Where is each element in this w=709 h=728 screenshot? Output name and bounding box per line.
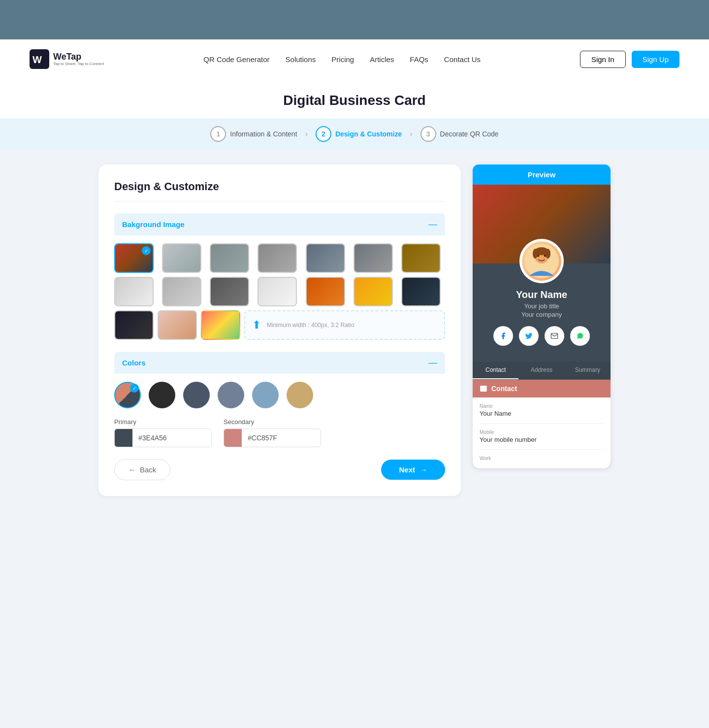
step-3[interactable]: 3 Decorate QR Code — [420, 126, 499, 142]
collapse-colors-icon[interactable]: — — [428, 358, 437, 368]
upload-icon: ⬆ — [252, 319, 261, 331]
nav-qr-code-generator[interactable]: QR Code Generator — [203, 55, 269, 64]
card-name: Your Name — [481, 289, 603, 300]
bg-image-9[interactable] — [162, 277, 201, 306]
card-company: Your company — [481, 311, 603, 318]
bg-image-12[interactable] — [306, 277, 345, 306]
nav-faqs[interactable]: FAQs — [410, 55, 428, 64]
contact-field-mobile: Mobile Your mobile number — [480, 424, 604, 450]
color-swatch-2[interactable] — [149, 382, 175, 408]
bg-image-6[interactable] — [354, 243, 393, 273]
bg-image-13[interactable] — [354, 277, 393, 306]
bg-image-11[interactable] — [258, 277, 297, 306]
collapse-background-icon[interactable]: — — [428, 219, 437, 230]
field-name-label: Name — [480, 403, 604, 409]
nav-solutions[interactable]: Solutions — [286, 55, 316, 64]
field-work-label: Work — [480, 456, 604, 461]
tab-contact[interactable]: Contact — [473, 362, 518, 379]
arrow-right-icon: → — [420, 465, 427, 474]
contact-header: Contact — [473, 380, 611, 397]
primary-label: Primary — [114, 418, 212, 426]
primary-color-input-row — [114, 429, 212, 447]
colors-section-header: Colors — — [114, 352, 445, 374]
color-swatch-3[interactable] — [183, 382, 210, 408]
contact-section: Contact Name Your Name Mobile Your mobil… — [473, 380, 611, 468]
contact-header-icon — [480, 385, 487, 393]
background-section-header: Bakground Image — — [114, 213, 445, 235]
step-1-label: Information & Content — [230, 130, 297, 138]
bg-image-4[interactable] — [258, 243, 297, 273]
signup-button[interactable]: Sign Up — [632, 51, 679, 68]
step-2[interactable]: 2 Design & Customize — [316, 126, 402, 142]
step-2-circle: 2 — [316, 126, 331, 142]
secondary-color-preview[interactable] — [224, 429, 242, 447]
bg-image-2[interactable] — [162, 243, 201, 273]
page-title-section: Digital Business Card — [0, 79, 709, 118]
email-icon[interactable] — [545, 326, 564, 346]
nav-pricing[interactable]: Pricing — [331, 55, 354, 64]
logo-text: WeTap — [53, 52, 104, 62]
background-section: Bakground Image — ✓ — [114, 213, 445, 340]
bg-image-16[interactable] — [158, 310, 197, 340]
field-mobile-value: Your mobile number — [480, 436, 604, 443]
step-3-circle: 3 — [420, 126, 436, 142]
background-images-grid-row1: ✓ — [114, 243, 445, 273]
right-panel: Preview — [473, 165, 611, 496]
primary-hex-input[interactable] — [132, 430, 211, 446]
signin-button[interactable]: Sign In — [580, 51, 626, 68]
bottom-space — [0, 511, 709, 609]
field-name-value: Your Name — [480, 410, 604, 417]
color-inputs: Primary Secondary — [114, 418, 445, 447]
preview-header: Preview — [473, 165, 611, 185]
back-label: Back — [140, 465, 156, 474]
logo-icon: W — [30, 49, 49, 69]
bg-image-15[interactable] — [114, 310, 154, 340]
color-swatch-4[interactable] — [218, 382, 244, 408]
step-3-label: Decorate QR Code — [440, 130, 499, 138]
card-job-title: Your job title — [481, 302, 603, 310]
logo-tagline: Tap to Share. Tap to Connect — [53, 62, 104, 66]
facebook-icon[interactable] — [493, 326, 513, 346]
bg-image-7[interactable] — [401, 243, 441, 273]
bg-image-3[interactable] — [210, 243, 249, 273]
secondary-hex-input[interactable] — [242, 430, 321, 446]
bg-image-17[interactable] — [201, 310, 240, 340]
secondary-color-group: Secondary — [224, 418, 321, 447]
nav-contact-us[interactable]: Contact Us — [444, 55, 481, 64]
step-1[interactable]: 1 Information & Content — [210, 126, 297, 142]
social-icons — [481, 326, 603, 346]
nav: QR Code Generator Solutions Pricing Arti… — [203, 55, 481, 64]
whatsapp-icon[interactable] — [570, 326, 590, 346]
nav-articles[interactable]: Articles — [370, 55, 394, 64]
color-swatch-5[interactable] — [252, 382, 279, 408]
contact-field-name: Name Your Name — [480, 397, 604, 424]
arrow-left-icon: ← — [129, 465, 136, 474]
bg-image-5[interactable] — [306, 243, 345, 273]
primary-color-preview[interactable] — [115, 429, 132, 447]
color-swatch-1[interactable]: ✓ — [114, 382, 141, 408]
color-swatch-6[interactable] — [287, 382, 313, 408]
background-images-grid-row3: ⬆ Minimum width : 400px, 3:2 Ratio — [114, 310, 445, 340]
background-section-title: Bakground Image — [122, 220, 185, 229]
avatar-image — [522, 241, 561, 281]
upload-box[interactable]: ⬆ Minimum width : 400px, 3:2 Ratio — [244, 310, 445, 340]
main-content: Design & Customize Bakground Image — ✓ — [89, 165, 620, 496]
left-panel: Design & Customize Bakground Image — ✓ — [98, 165, 461, 496]
svg-point-8 — [546, 249, 550, 259]
upload-text: Minimum width : 400px, 3:2 Ratio — [267, 322, 354, 329]
bg-image-14[interactable] — [401, 277, 441, 306]
bg-image-10[interactable] — [210, 277, 249, 306]
twitter-icon[interactable] — [519, 326, 539, 346]
logo: W WeTap Tap to Share. Tap to Connect — [30, 49, 104, 69]
field-mobile-label: Mobile — [480, 430, 604, 435]
nav-actions: Sign In Sign Up — [580, 51, 679, 68]
next-button[interactable]: Next → — [381, 460, 445, 480]
tab-address[interactable]: Address — [518, 362, 564, 379]
primary-color-group: Primary — [114, 418, 212, 447]
bg-image-1[interactable]: ✓ — [114, 243, 154, 273]
back-button[interactable]: ← Back — [114, 459, 170, 480]
chevron-1-icon: › — [305, 130, 308, 138]
header: W WeTap Tap to Share. Tap to Connect QR … — [0, 39, 709, 79]
tab-summary[interactable]: Summary — [565, 362, 611, 379]
bg-image-8[interactable] — [114, 277, 154, 306]
